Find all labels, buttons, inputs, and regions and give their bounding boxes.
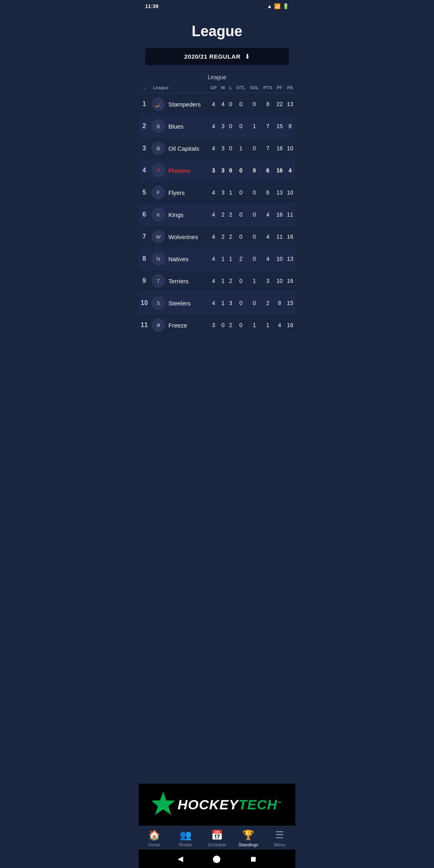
schedule-icon: 📅	[211, 829, 223, 841]
pts-cell: 7	[261, 115, 274, 137]
w-cell: 3	[219, 137, 227, 160]
season-label: 2020/21 REGULAR	[184, 53, 240, 60]
otl-cell: 0	[234, 204, 248, 226]
team-cell-col: 🏒 Stampeders	[150, 93, 208, 115]
pts-cell: 1	[261, 314, 274, 336]
nav-schedule-label: Schedule	[208, 842, 226, 847]
table-row[interactable]: 8 N Natives 4 1 1 2 0 4 10 13	[139, 248, 295, 270]
sort-header[interactable]: ↓	[139, 82, 150, 93]
w-header[interactable]: W	[219, 82, 227, 93]
nav-roster[interactable]: 👥 Roster	[170, 829, 201, 847]
sol-cell: 0	[248, 292, 261, 314]
pf-cell: 10	[274, 248, 285, 270]
nav-standings[interactable]: 🏆 Standings	[233, 829, 264, 847]
w-cell: 2	[219, 226, 227, 248]
w-cell: 4	[219, 93, 227, 115]
table-row[interactable]: 9 T Terriers 4 1 2 0 1 3 10 16	[139, 270, 295, 292]
pf-cell: 10	[274, 270, 285, 292]
gp-cell: 4	[208, 93, 219, 115]
rank-cell: 11	[139, 314, 150, 336]
rank-cell: 5	[139, 182, 150, 204]
recents-button[interactable]: ◼	[250, 854, 256, 863]
nav-home[interactable]: 🏠 Home	[139, 829, 170, 847]
brand-tech: TECH	[238, 797, 277, 812]
table-row[interactable]: 1 🏒 Stampeders 4 4 0 0 0 8 22 13	[139, 93, 295, 115]
league-header[interactable]: League	[150, 82, 208, 93]
sol-cell: 1	[248, 270, 261, 292]
gp-header[interactable]: GP	[208, 82, 219, 93]
nav-menu-label: Menu	[274, 842, 285, 847]
team-logo: 🏒	[151, 97, 165, 111]
pf-cell: 11	[274, 226, 285, 248]
pa-cell: 15	[285, 292, 295, 314]
gp-cell: 4	[208, 115, 219, 137]
pts-header[interactable]: PTS	[261, 82, 274, 93]
table-row[interactable]: 5 F Flyers 4 3 1 0 0 6 13 10	[139, 182, 295, 204]
rank-cell: 6	[139, 204, 150, 226]
pf-header[interactable]: PF	[274, 82, 285, 93]
pf-cell: 4	[274, 314, 285, 336]
svg-marker-0	[152, 792, 174, 815]
team-cell-col: S Steelers	[150, 292, 208, 314]
otl-cell: 0	[234, 314, 248, 336]
l-cell: 0	[227, 137, 234, 160]
rank-cell: 3	[139, 137, 150, 160]
nav-schedule[interactable]: 📅 Schedule	[201, 829, 233, 847]
nav-menu[interactable]: ☰ Menu	[264, 829, 295, 847]
gp-cell: 4	[208, 248, 219, 270]
table-group-label: League	[139, 72, 295, 82]
table-row[interactable]: 6 K Kings 4 2 2 0 0 4 16 11	[139, 204, 295, 226]
l-cell: 2	[227, 270, 234, 292]
team-cell-col: P Pistons	[150, 160, 208, 182]
team-cell-col: N Natives	[150, 248, 208, 270]
sol-cell: 0	[248, 226, 261, 248]
team-logo: K	[151, 208, 165, 221]
pts-cell: 6	[261, 182, 274, 204]
otl-header[interactable]: OTL	[234, 82, 248, 93]
home-button[interactable]: ⬤	[213, 854, 221, 863]
sol-cell: 0	[248, 204, 261, 226]
team-logo: B	[151, 119, 165, 133]
gp-cell: 4	[208, 270, 219, 292]
w-cell: 3	[219, 182, 227, 204]
otl-cell: 2	[234, 248, 248, 270]
table-row[interactable]: 4 P Pistons 3 3 0 0 0 6 16 4	[139, 160, 295, 182]
table-row[interactable]: 11 ❄ Freeze 3 0 2 0 1 1 4 16	[139, 314, 295, 336]
gp-cell: 3	[208, 314, 219, 336]
team-logo: W	[151, 230, 165, 244]
table-row[interactable]: 7 W Wolverines 4 2 2 0 0 4 11 16	[139, 226, 295, 248]
team-name: Terriers	[168, 278, 188, 285]
pf-cell: 13	[274, 182, 285, 204]
table-row[interactable]: 10 S Steelers 4 1 3 0 0 2 8 15	[139, 292, 295, 314]
rank-cell: 2	[139, 115, 150, 137]
sol-cell: 0	[248, 160, 261, 182]
sol-header[interactable]: SOL	[248, 82, 261, 93]
gp-cell: 4	[208, 292, 219, 314]
gp-cell: 4	[208, 226, 219, 248]
battery-icon: 🔋	[283, 3, 289, 9]
standings-icon: 🏆	[242, 829, 254, 841]
pa-cell: 16	[285, 226, 295, 248]
l-header[interactable]: L	[227, 82, 234, 93]
season-selector[interactable]: 2020/21 REGULAR ⬇	[145, 48, 289, 65]
pa-header[interactable]: PA	[285, 82, 295, 93]
table-row[interactable]: 2 B Blues 4 3 0 0 1 7 15 8	[139, 115, 295, 137]
sol-cell: 0	[248, 93, 261, 115]
table-row[interactable]: 3 ⚙ Oil Capitals 4 3 0 1 0 7 16 10	[139, 137, 295, 160]
otl-cell: 0	[234, 160, 248, 182]
otl-cell: 0	[234, 115, 248, 137]
l-cell: 0	[227, 115, 234, 137]
team-cell-col: W Wolverines	[150, 226, 208, 248]
rank-cell: 1	[139, 93, 150, 115]
team-name: Flyers	[168, 189, 185, 196]
sort-icon: ↓	[143, 84, 146, 90]
hockeytech-brand: HOCKEYTECH™	[139, 784, 295, 826]
back-button[interactable]: ◀	[178, 854, 183, 863]
team-logo: ⚙	[151, 141, 165, 155]
team-cell-col: F Flyers	[150, 182, 208, 204]
l-cell: 2	[227, 226, 234, 248]
standings-body: 1 🏒 Stampeders 4 4 0 0 0 8 22 13 2	[139, 93, 295, 336]
table-header-row: ↓ League GP W L OTL SOL PTS PF PA	[139, 82, 295, 93]
rank-cell: 10	[139, 292, 150, 314]
sol-cell: 1	[248, 115, 261, 137]
